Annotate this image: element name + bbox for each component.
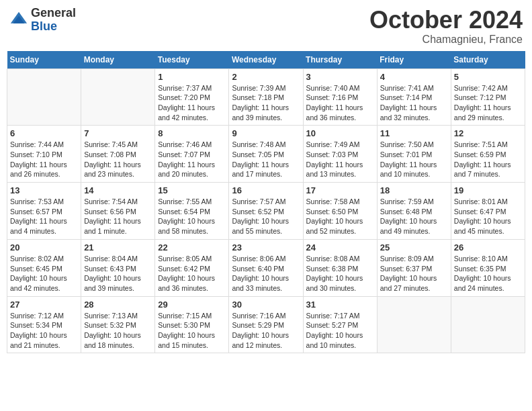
day-number: 4	[380, 72, 448, 82]
logo-blue-text: Blue	[31, 20, 76, 34]
day-number: 11	[380, 128, 448, 138]
calendar-cell: 7Sunrise: 7:45 AMSunset: 7:08 PMDaylight…	[81, 126, 155, 183]
day-info: Sunrise: 7:50 AMSunset: 7:01 PMDaylight:…	[380, 140, 448, 179]
day-info: Sunrise: 7:58 AMSunset: 6:50 PMDaylight:…	[306, 197, 374, 236]
weekday-header-row: SundayMondayTuesdayWednesdayThursdayFrid…	[7, 51, 525, 69]
day-number: 1	[158, 72, 226, 82]
day-info: Sunrise: 7:41 AMSunset: 7:14 PMDaylight:…	[380, 83, 448, 123]
weekday-header: Tuesday	[155, 51, 229, 69]
day-number: 18	[380, 185, 448, 195]
calendar-cell: 5Sunrise: 7:42 AMSunset: 7:12 PMDaylight…	[451, 68, 525, 126]
logo-general-text: General	[31, 7, 76, 20]
calendar-cell: 27Sunrise: 7:12 AMSunset: 5:34 PMDayligh…	[7, 296, 81, 353]
calendar-cell: 31Sunrise: 7:17 AMSunset: 5:27 PMDayligh…	[303, 296, 377, 353]
day-number: 8	[158, 128, 226, 138]
logo-icon	[9, 11, 28, 30]
calendar-cell: 25Sunrise: 8:09 AMSunset: 6:37 PMDayligh…	[377, 239, 451, 296]
day-info: Sunrise: 7:49 AMSunset: 7:03 PMDaylight:…	[306, 140, 374, 179]
calendar-cell	[7, 68, 81, 126]
day-number: 23	[232, 242, 300, 253]
calendar-cell: 17Sunrise: 7:58 AMSunset: 6:50 PMDayligh…	[303, 183, 377, 240]
day-number: 15	[158, 185, 226, 195]
calendar-cell: 23Sunrise: 8:06 AMSunset: 6:40 PMDayligh…	[229, 239, 303, 296]
day-number: 5	[454, 72, 522, 82]
day-info: Sunrise: 7:17 AMSunset: 5:27 PMDaylight:…	[306, 311, 374, 351]
weekday-header: Friday	[377, 51, 451, 69]
calendar-cell: 19Sunrise: 8:01 AMSunset: 6:47 PMDayligh…	[451, 183, 525, 240]
day-info: Sunrise: 7:37 AMSunset: 7:20 PMDaylight:…	[158, 83, 226, 123]
day-number: 6	[10, 128, 78, 138]
page-header: General Blue October 2024 Chamagnieu, Fr…	[7, 7, 525, 46]
weekday-header: Thursday	[303, 51, 377, 69]
calendar-cell: 15Sunrise: 7:55 AMSunset: 6:54 PMDayligh…	[155, 183, 229, 240]
day-number: 20	[10, 242, 78, 253]
day-number: 10	[306, 128, 374, 138]
calendar-cell: 12Sunrise: 7:51 AMSunset: 6:59 PMDayligh…	[451, 126, 525, 183]
day-number: 27	[10, 300, 78, 310]
calendar-cell: 9Sunrise: 7:48 AMSunset: 7:05 PMDaylight…	[229, 126, 303, 183]
calendar-cell: 26Sunrise: 8:10 AMSunset: 6:35 PMDayligh…	[451, 239, 525, 296]
day-number: 29	[158, 300, 226, 310]
day-info: Sunrise: 7:40 AMSunset: 7:16 PMDaylight:…	[306, 83, 374, 123]
day-info: Sunrise: 7:13 AMSunset: 5:32 PMDaylight:…	[84, 311, 152, 351]
calendar-cell	[81, 68, 155, 126]
logo: General Blue	[9, 7, 76, 34]
day-number: 9	[232, 128, 300, 138]
calendar-cell: 3Sunrise: 7:40 AMSunset: 7:16 PMDaylight…	[303, 68, 377, 126]
day-number: 12	[454, 128, 522, 138]
day-number: 14	[84, 185, 152, 195]
calendar-cell: 21Sunrise: 8:04 AMSunset: 6:43 PMDayligh…	[81, 239, 155, 296]
calendar-cell	[377, 296, 451, 353]
day-info: Sunrise: 8:10 AMSunset: 6:35 PMDaylight:…	[454, 254, 522, 293]
day-number: 2	[232, 72, 300, 82]
calendar-week-row: 27Sunrise: 7:12 AMSunset: 5:34 PMDayligh…	[7, 296, 525, 353]
day-info: Sunrise: 7:16 AMSunset: 5:29 PMDaylight:…	[232, 311, 300, 351]
weekday-header: Monday	[81, 51, 155, 69]
weekday-header: Sunday	[7, 51, 81, 69]
calendar-cell: 16Sunrise: 7:57 AMSunset: 6:52 PMDayligh…	[229, 183, 303, 240]
calendar-week-row: 1Sunrise: 7:37 AMSunset: 7:20 PMDaylight…	[7, 68, 525, 126]
calendar-cell: 30Sunrise: 7:16 AMSunset: 5:29 PMDayligh…	[229, 296, 303, 353]
day-info: Sunrise: 7:45 AMSunset: 7:08 PMDaylight:…	[84, 140, 152, 179]
day-number: 25	[380, 242, 448, 253]
calendar-cell: 4Sunrise: 7:41 AMSunset: 7:14 PMDaylight…	[377, 68, 451, 126]
day-info: Sunrise: 8:02 AMSunset: 6:45 PMDaylight:…	[10, 254, 78, 293]
calendar-cell: 10Sunrise: 7:49 AMSunset: 7:03 PMDayligh…	[303, 126, 377, 183]
day-number: 13	[10, 185, 78, 195]
day-info: Sunrise: 8:05 AMSunset: 6:42 PMDaylight:…	[158, 254, 226, 293]
day-number: 31	[306, 300, 374, 310]
calendar-cell: 8Sunrise: 7:46 AMSunset: 7:07 PMDaylight…	[155, 126, 229, 183]
weekday-header: Saturday	[451, 51, 525, 69]
calendar-week-row: 20Sunrise: 8:02 AMSunset: 6:45 PMDayligh…	[7, 239, 525, 296]
day-info: Sunrise: 7:53 AMSunset: 6:57 PMDaylight:…	[10, 197, 78, 236]
day-info: Sunrise: 8:04 AMSunset: 6:43 PMDaylight:…	[84, 254, 152, 293]
day-info: Sunrise: 7:15 AMSunset: 5:30 PMDaylight:…	[158, 311, 226, 351]
day-info: Sunrise: 7:39 AMSunset: 7:18 PMDaylight:…	[232, 83, 300, 123]
day-info: Sunrise: 7:44 AMSunset: 7:10 PMDaylight:…	[10, 140, 78, 179]
day-info: Sunrise: 7:54 AMSunset: 6:56 PMDaylight:…	[84, 197, 152, 236]
day-info: Sunrise: 8:01 AMSunset: 6:47 PMDaylight:…	[454, 197, 522, 236]
day-info: Sunrise: 7:57 AMSunset: 6:52 PMDaylight:…	[232, 197, 300, 236]
calendar-cell: 1Sunrise: 7:37 AMSunset: 7:20 PMDaylight…	[155, 68, 229, 126]
day-info: Sunrise: 7:59 AMSunset: 6:48 PMDaylight:…	[380, 197, 448, 236]
calendar-cell: 11Sunrise: 7:50 AMSunset: 7:01 PMDayligh…	[377, 126, 451, 183]
calendar-cell: 6Sunrise: 7:44 AMSunset: 7:10 PMDaylight…	[7, 126, 81, 183]
calendar-cell: 29Sunrise: 7:15 AMSunset: 5:30 PMDayligh…	[155, 296, 229, 353]
day-info: Sunrise: 7:48 AMSunset: 7:05 PMDaylight:…	[232, 140, 300, 179]
day-info: Sunrise: 7:46 AMSunset: 7:07 PMDaylight:…	[158, 140, 226, 179]
calendar-cell	[451, 296, 525, 353]
calendar-cell: 28Sunrise: 7:13 AMSunset: 5:32 PMDayligh…	[81, 296, 155, 353]
weekday-header: Wednesday	[229, 51, 303, 69]
day-number: 24	[306, 242, 374, 253]
day-info: Sunrise: 7:55 AMSunset: 6:54 PMDaylight:…	[158, 197, 226, 236]
calendar-week-row: 6Sunrise: 7:44 AMSunset: 7:10 PMDaylight…	[7, 126, 525, 183]
day-number: 22	[158, 242, 226, 253]
day-info: Sunrise: 8:08 AMSunset: 6:38 PMDaylight:…	[306, 254, 374, 293]
calendar-cell: 13Sunrise: 7:53 AMSunset: 6:57 PMDayligh…	[7, 183, 81, 240]
location-label: Chamagnieu, France	[369, 34, 523, 46]
day-info: Sunrise: 8:06 AMSunset: 6:40 PMDaylight:…	[232, 254, 300, 293]
day-number: 17	[306, 185, 374, 195]
day-number: 26	[454, 242, 522, 253]
day-number: 21	[84, 242, 152, 253]
calendar-cell: 20Sunrise: 8:02 AMSunset: 6:45 PMDayligh…	[7, 239, 81, 296]
